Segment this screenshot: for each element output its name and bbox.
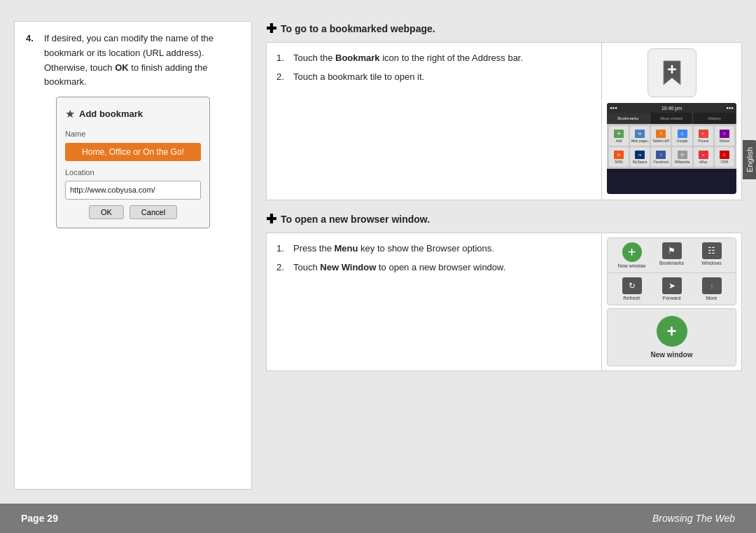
bookmark-icon-image <box>648 48 696 97</box>
section2-header: ✚ To open a new browser window. <box>266 212 742 227</box>
section1-header: ✚ To go to a bookmarked webpage. <box>266 21 742 36</box>
windows-icon: ☷ <box>702 242 722 259</box>
most-visited-tab: Most visited <box>650 113 694 124</box>
location-input[interactable]: http://www.cobyusa.com/ <box>65 181 201 200</box>
new-window-screenshot: + New window <box>607 308 736 366</box>
nw-label: New window <box>651 351 693 359</box>
new-window-bold: New Win­dow <box>320 262 376 272</box>
s2-row2-num: 2. <box>276 261 288 275</box>
dialog-buttons: OK Cancel <box>65 205 201 219</box>
more-icon: ⋮ <box>702 277 722 294</box>
bookmarks-screenshot: ●●● 10:40 pm ●●● Bookmarks Most visited … <box>607 103 736 194</box>
new-window-icon: + <box>622 242 642 262</box>
bo-row1: + New window ⚑ Bookmarks ☷ Windows <box>608 238 736 272</box>
row1-text: Touch the Book­mark icon to the right of… <box>293 51 523 66</box>
main-content: 4. If desired, you can modify the name o… <box>0 0 756 504</box>
section2-title: To open a new browser window. <box>281 214 430 225</box>
ok-button[interactable]: OK <box>89 205 124 219</box>
new-window-item: + New window <box>613 242 650 268</box>
tile-picasa: PPicasa <box>694 126 713 146</box>
bookmarks-tab: Bookmarks <box>607 113 650 124</box>
section1: ✚ To go to a bookmarked webpage. 1. Touc… <box>266 21 742 200</box>
section2-row1: 1. Press the Menu key to show the Browse… <box>276 242 592 256</box>
tile-ebay: eeBay <box>694 147 713 167</box>
refresh-label: Refresh <box>623 296 640 300</box>
footer-section-title: Browsing The Web <box>652 513 735 524</box>
dialog-title: Add bookmark <box>79 107 143 121</box>
bo-row2: ↻ Refresh ➤ Forward ⋮ More <box>608 273 736 305</box>
tile-google: GGoogle <box>672 126 692 146</box>
section1-right: ●●● 10:40 pm ●●● Bookmarks Most visited … <box>601 43 741 200</box>
add-bookmark-dialog: ★ Add bookmark Name Home, Office or On t… <box>56 97 210 228</box>
new-window-label: New window <box>618 263 645 268</box>
section2-right: + New window ⚑ Bookmarks ☷ Windows <box>601 233 741 371</box>
section2-left: 1. Press the Menu key to show the Browse… <box>267 233 601 371</box>
name-label: Name <box>65 128 201 140</box>
section1-row1: 1. Touch the Book­mark icon to the right… <box>276 51 592 66</box>
windows-label: Windows <box>701 261 721 265</box>
section1-box: 1. Touch the Book­mark icon to the right… <box>266 42 742 200</box>
row2-text: Touch a bookmark tile to open it. <box>293 70 424 85</box>
tile-msn: MMSN <box>609 147 629 167</box>
row2-num: 2. <box>276 70 288 85</box>
tile-myspace: mMySpace <box>630 147 650 167</box>
add-tile: + Add <box>609 126 629 146</box>
tile-yahoo: YYahoo! <box>715 126 734 146</box>
footer-page: Page 29 <box>21 513 58 524</box>
s2-row2-text: Touch New Win­dow to open a new browser … <box>293 261 505 275</box>
english-tab: English <box>743 140 756 179</box>
plus-icon-2: ✚ <box>266 212 276 227</box>
tile-facebook: fFacebook <box>651 147 671 167</box>
section1-left: 1. Touch the Book­mark icon to the right… <box>267 43 601 200</box>
forward-icon: ➤ <box>662 277 682 294</box>
history-tab: History <box>693 113 736 124</box>
location-label: Location <box>65 167 201 179</box>
more-label: More <box>706 296 718 300</box>
left-panel: 4. If desired, you can modify the name o… <box>14 21 252 490</box>
step-ok-bold: OK <box>115 62 129 73</box>
browser-options-screenshot: + New window ⚑ Bookmarks ☷ Windows <box>607 237 736 305</box>
tile-tablets: TTablets &P. <box>651 126 671 146</box>
tile-cnn: CCNN <box>715 147 734 167</box>
section2: ✚ To open a new browser window. 1. Press… <box>266 212 742 371</box>
footer: Page 29 Browsing The Web <box>0 504 756 533</box>
bookmarks-icon: ⚑ <box>662 242 682 259</box>
more-item: ⋮ More <box>693 277 730 300</box>
step-number: 4. <box>26 32 38 90</box>
right-panel: ✚ To go to a bookmarked webpage. 1. Touc… <box>266 21 742 490</box>
nw-plus-icon: + <box>657 316 687 347</box>
refresh-icon: ↻ <box>622 277 642 294</box>
plus-icon-1: ✚ <box>266 21 276 36</box>
refresh-item: ↻ Refresh <box>613 277 650 300</box>
name-input[interactable]: Home, Office or On the Go! <box>65 143 201 161</box>
bookmark-bold: Book­mark <box>335 53 380 63</box>
cancel-button[interactable]: Cancel <box>130 205 177 219</box>
bookmarks-label: Bookmarks <box>659 261 684 265</box>
menu-bold: Menu <box>335 243 358 254</box>
tile-wikipedia: WWikipedia <box>672 147 692 167</box>
row1-num: 1. <box>276 51 288 66</box>
section1-title: To go to a bookmarked webpage. <box>281 23 435 34</box>
bookmark-grid: + Add WWeb page+ TTablets &P. GGoogle PP… <box>607 124 736 169</box>
windows-item: ☷ Windows <box>693 242 730 268</box>
section2-box: 1. Press the Menu key to show the Browse… <box>266 233 742 371</box>
star-icon: ★ <box>65 106 75 123</box>
s2-row1-num: 1. <box>276 242 288 256</box>
step-text: If desired, you can modify the name of t… <box>44 32 240 90</box>
s2-row1-text: Press the Menu key to show the Browser o… <box>293 242 494 256</box>
bookmarks-item: ⚑ Bookmarks <box>653 242 690 268</box>
forward-label: Forward <box>663 296 681 300</box>
section2-row2: 2. Touch New Win­dow to open a new brows… <box>276 261 592 275</box>
section1-row2: 2. Touch a bookmark tile to open it. <box>276 70 592 85</box>
tile-webpage: WWeb page+ <box>630 126 650 146</box>
forward-item: ➤ Forward <box>653 277 690 300</box>
